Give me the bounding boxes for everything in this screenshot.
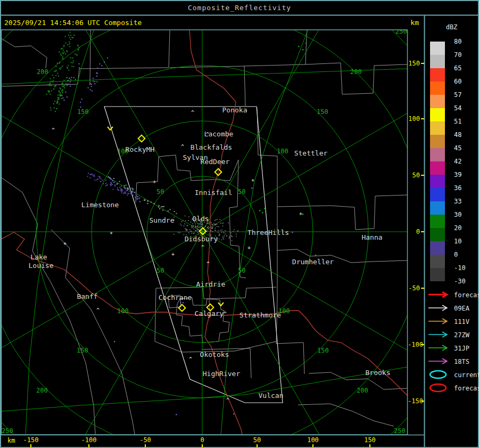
echo-pixel — [87, 176, 88, 177]
echo-pixel — [63, 80, 64, 81]
echo-pixel — [47, 84, 48, 85]
place-label: Vulcan — [259, 392, 284, 400]
echo-pixel — [238, 231, 239, 232]
echo-pixel — [63, 50, 64, 51]
echo-pixel — [103, 183, 104, 184]
echo-pixel — [224, 233, 225, 234]
obs-point-marker: + — [63, 241, 67, 247]
echo-pixel — [131, 191, 133, 192]
echo-pixel — [211, 223, 212, 224]
echo-pixel — [91, 174, 92, 175]
echo-pixel — [162, 206, 163, 207]
echo-pixel — [224, 237, 225, 238]
echo-pixel — [93, 78, 94, 79]
echo-pixel — [59, 94, 60, 95]
echo-pixel — [68, 44, 69, 45]
echo-pixel — [134, 192, 135, 193]
place-label: Louise — [29, 262, 54, 270]
bottom-axis-tick-label: 0 — [200, 436, 204, 444]
radar-map[interactable]: 5010015020050100150200250501001502002505… — [0, 0, 479, 448]
echo-pixel — [79, 63, 80, 64]
echo-pixel — [219, 235, 220, 237]
echo-pixel — [93, 81, 94, 82]
echo-pixel — [97, 178, 98, 180]
obs-point-marker: + — [299, 211, 302, 217]
echo-pixel — [62, 91, 63, 92]
echo-pixel — [208, 229, 209, 230]
echo-pixel — [51, 110, 52, 111]
echo-pixel — [163, 206, 164, 207]
echo-pixel — [62, 97, 63, 99]
echo-pixel — [53, 80, 54, 81]
echo-pixel — [62, 92, 63, 93]
echo-pixel — [196, 226, 197, 227]
legend-row: 31JP — [424, 344, 479, 353]
echo-pixel — [200, 223, 201, 224]
place-label: Cochrane — [159, 294, 192, 302]
place-label: Olds — [192, 215, 209, 223]
echo-pixel — [59, 103, 60, 104]
echo-pixel — [195, 224, 196, 225]
echo-pixel — [81, 99, 82, 100]
echo-pixel — [298, 46, 299, 47]
echo-pixel — [137, 197, 138, 198]
echo-pixel — [124, 192, 125, 193]
colorbar-title: dBZ — [424, 23, 479, 31]
echo-pixel — [139, 197, 140, 198]
echo-pixel — [68, 35, 69, 36]
echo-pixel — [111, 183, 112, 184]
echo-pixel — [69, 46, 70, 47]
echo-pixel — [121, 186, 122, 187]
echo-pixel — [71, 62, 72, 63]
echo-pixel — [65, 36, 66, 37]
colorbar-value-label: 0 — [454, 251, 458, 258]
echo-pixel — [61, 48, 62, 50]
place-label: HighRiver — [203, 370, 241, 378]
echo-pixel — [48, 91, 49, 92]
echo-pixel — [114, 184, 115, 185]
echo-pixel — [101, 65, 102, 66]
legend-row: current — [424, 370, 479, 380]
right-axis: 150100500-50-100-150 — [408, 29, 424, 435]
echo-pixel — [70, 82, 71, 83]
echo-pixel — [62, 52, 63, 53]
echo-pixel — [218, 230, 219, 231]
echo-pixel — [73, 60, 74, 61]
right-axis-tick-label: 50 — [408, 172, 420, 179]
echo-pixel — [125, 193, 126, 194]
echo-pixel — [49, 85, 50, 86]
echo-pixel — [121, 191, 122, 192]
echo-pixel — [188, 216, 189, 217]
echo-pixel — [224, 235, 225, 236]
legend-row: 111V — [424, 317, 479, 327]
place-label: Lacombe — [204, 130, 234, 138]
echo-pixel — [223, 223, 224, 224]
echo-pixel — [92, 90, 93, 91]
legend-row: 18TS — [424, 357, 479, 366]
echo-pixel — [123, 187, 125, 188]
echo-pixel — [219, 239, 220, 240]
place-label: Stettler — [294, 149, 328, 157]
echo-pixel — [207, 223, 208, 224]
echo-pixel — [110, 184, 111, 185]
echo-pixel — [112, 180, 113, 181]
echo-pixel — [202, 224, 203, 225]
echo-pixel — [184, 224, 185, 225]
echo-pixel — [222, 226, 224, 227]
echo-pixel — [51, 81, 52, 82]
echo-pixel — [180, 302, 181, 303]
echo-pixel — [67, 96, 68, 97]
echo-pixel — [233, 413, 234, 414]
echo-pixel — [100, 176, 101, 177]
ring-distance-label: 50 — [156, 267, 164, 274]
echo-pixel — [73, 35, 75, 36]
echo-pixel — [92, 174, 93, 175]
echo-pixel — [88, 173, 89, 174]
obs-point-marker: ^ — [96, 307, 100, 313]
echo-pixel — [137, 198, 138, 199]
echo-pixel — [221, 230, 222, 231]
echo-pixel — [63, 59, 64, 60]
place-label: Sundre — [150, 216, 175, 224]
echo-pixel — [192, 227, 193, 229]
echo-pixel — [228, 223, 229, 224]
